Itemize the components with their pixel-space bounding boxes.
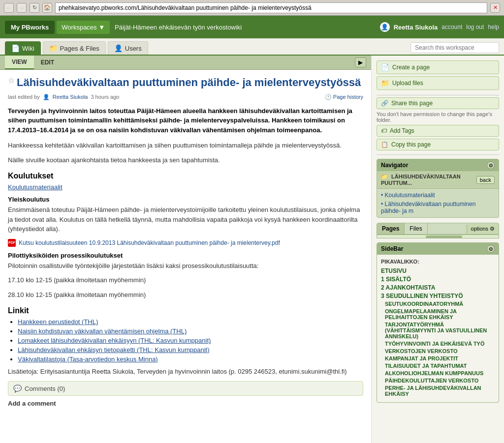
intro-paragraph: Terveyden ja hyvinvoinnin laitos toteutt… bbox=[8, 106, 363, 135]
help-link[interactable]: help bbox=[488, 24, 499, 30]
workspaces-label: Workspaces ▼ bbox=[62, 24, 105, 31]
sidebar-nav-seudullinen[interactable]: 3 SEUDULLINEN YHTEISTYÖ bbox=[381, 293, 495, 299]
link-3[interactable]: Lomakkeet lähisuhdeväkivallan ehkäisyyn … bbox=[18, 337, 211, 344]
navigator-item-1[interactable]: Koulutusmateriaalit bbox=[381, 191, 495, 200]
wiki-icon: 📄 bbox=[11, 44, 20, 52]
pilotti-text: Pilotoinnin osallistuville työntekijöill… bbox=[8, 261, 363, 271]
pages-scrollbar[interactable] bbox=[377, 235, 499, 238]
comments-bar[interactable]: 💬 Comments (0) bbox=[8, 381, 363, 396]
user-avatar-icon: 👤 bbox=[380, 22, 390, 32]
paragraph-1: Hankkeessa kehitetään väkivallan kartoit… bbox=[8, 141, 363, 150]
sidebar-nav-etusivu[interactable]: ETUSIVU bbox=[381, 267, 495, 274]
tab-pages-files-label: Pages & Files bbox=[60, 45, 99, 52]
sidebar-widget-collapse-button[interactable]: ⊙ bbox=[487, 245, 495, 253]
home-button[interactable]: 🏠 bbox=[42, 3, 52, 13]
forward-button[interactable]: → bbox=[17, 3, 27, 13]
sidebar-nav-tilaisuudet[interactable]: TILAISUUDET JA TAPAHTUMAT bbox=[381, 363, 495, 369]
search-input[interactable] bbox=[410, 42, 499, 53]
tab-wiki[interactable]: 📄 Wiki bbox=[5, 41, 41, 55]
list-item: Lomakkeet lähisuhdeväkivallan ehkäisyyn … bbox=[18, 337, 363, 344]
account-link[interactable]: account bbox=[441, 24, 462, 30]
view-tab[interactable]: VIEW bbox=[5, 56, 34, 69]
navigator-item-2[interactable]: Lähisuhdeväkivaltaan puuttuminen päihde-… bbox=[381, 200, 495, 215]
edit-tab[interactable]: EDIT bbox=[34, 56, 61, 69]
paragraph-2: Näille sivuille kootaan ajankohtaista ti… bbox=[8, 155, 363, 165]
page-title: Lähisuhdeväkivaltaan puuttuminen päihde-… bbox=[17, 76, 361, 90]
link-2[interactable]: Naisiin kohdistuvan väkivallan vähentämi… bbox=[18, 327, 187, 335]
main-layout: VIEW EDIT ▶ ☆ Lähisuhdeväkivaltaan puutt… bbox=[0, 56, 504, 443]
sidebar-widget-box: SideBar ⊙ PIKAVALIKKO: ETUSIVU 1 SISÄLTÖ… bbox=[377, 242, 499, 403]
navigator-collapse-button[interactable]: ⊙ bbox=[487, 161, 495, 169]
pilotti-heading: Pilottiyksiköiden prosessikoulutukset bbox=[8, 252, 363, 259]
link-4[interactable]: Lähisuhdeväkivallan ehkäisyn tietopakett… bbox=[18, 346, 210, 354]
files-tab[interactable]: Files bbox=[405, 223, 427, 234]
sidebar-nav-ajankohtaista[interactable]: 2 AJANKOHTAISTA bbox=[381, 284, 495, 291]
address-bar[interactable] bbox=[55, 2, 487, 13]
sidebar-nav-verkostot[interactable]: VERKOSTOJEN VERKOSTO bbox=[381, 348, 495, 354]
back-button[interactable]: ← bbox=[4, 3, 14, 13]
upload-files-icon: 📁 bbox=[381, 79, 389, 87]
pdf-icon: PDF bbox=[8, 239, 16, 247]
options-label: options bbox=[471, 226, 488, 232]
sidebar-nav-tarjonta[interactable]: TARJONTATYÖRYHMÄ (VÄHITTÄISMYYNTI JA VAS… bbox=[381, 322, 495, 339]
create-page-button[interactable]: 📄 Create a page bbox=[377, 60, 499, 74]
sidebar-actions: 📄 Create a page 📁 Upload files bbox=[377, 60, 499, 90]
sidebar-nav-lahisuhde[interactable]: PERHE- JA LÄHISUHDEVÄKIVALLAN EHKÄISY bbox=[381, 385, 495, 397]
links-list: Hankkeen perustiedot (THL) Naisiin kohdi… bbox=[18, 318, 363, 363]
sidebar-widget-content: PIKAVALIKKO: ETUSIVU 1 SISÄLTÖ 2 AJANKOH… bbox=[377, 255, 499, 402]
scrollbar-handle bbox=[426, 236, 462, 238]
star-icon[interactable]: ☆ bbox=[8, 76, 15, 85]
add-tags-link[interactable]: 🏷 Add Tags bbox=[377, 125, 499, 137]
navigator-back-button[interactable]: back bbox=[476, 176, 495, 184]
tab-users[interactable]: 👤 Users bbox=[108, 41, 148, 55]
edit-time: 3 hours ago bbox=[91, 94, 119, 100]
pdf-link-text: Kutsu koulutustilaisuuteen 10.9.2013 Läh… bbox=[19, 239, 280, 246]
comments-label: Comments (0) bbox=[25, 385, 65, 392]
sidebar-nav-sisalto[interactable]: 1 SISÄLTÖ bbox=[381, 276, 495, 283]
options-button[interactable]: options ⚙ bbox=[467, 224, 499, 234]
options-gear-icon: ⚙ bbox=[490, 226, 495, 232]
reload-button[interactable]: ↻ bbox=[30, 3, 39, 13]
nav-tabs-row: 📄 Wiki 📁 Pages & Files 👤 Users bbox=[0, 38, 504, 56]
logout-link[interactable]: log out bbox=[466, 24, 484, 30]
page-history-link[interactable]: 🕐 Page history bbox=[325, 94, 363, 100]
user-name[interactable]: Reetta Siukola bbox=[394, 24, 438, 31]
user-area: 👤 Reetta Siukola account log out help bbox=[380, 22, 499, 32]
sidebar-nav-alkoholi[interactable]: ALKOHOLIOHJELMAN KUMPPANUUS bbox=[381, 370, 495, 376]
edit-meta-text: last edited by bbox=[8, 94, 40, 100]
upload-files-button[interactable]: 📁 Upload files bbox=[377, 76, 499, 90]
sidebar-widget-header: SideBar ⊙ bbox=[377, 243, 499, 255]
sidebar-nav-kampanjat[interactable]: KAMPANJAT JA PROJEKTIT bbox=[381, 355, 495, 361]
page-content: ☆ Lähisuhdeväkivaltaan puuttuminen päihd… bbox=[0, 70, 371, 413]
browser-close-icon[interactable]: ✕ bbox=[490, 3, 500, 13]
list-item: Hankkeen perustiedot (THL) bbox=[18, 318, 363, 325]
share-page-link[interactable]: 🔗 Share this page bbox=[377, 97, 499, 109]
pilotti-time-2: 28.10 klo 12-15 (paikka ilmoitetaan myöh… bbox=[8, 290, 363, 300]
editor-name-link[interactable]: Reetta Siukola bbox=[53, 94, 88, 100]
pdf-link[interactable]: PDF Kutsu koulutustilaisuuteen 10.9.2013… bbox=[8, 239, 363, 247]
link-1[interactable]: Hankkeen perustiedot (THL) bbox=[18, 318, 98, 325]
permission-text: You don't have permission to change this… bbox=[377, 111, 499, 123]
list-item: Väkivaltatilastoja (Tasa-arvotiedon kesk… bbox=[18, 355, 363, 363]
koulutusmateriaalit-link[interactable]: Koulutusmateriaalit bbox=[8, 183, 63, 191]
pages-files-icon: 📁 bbox=[49, 44, 58, 52]
expand-button[interactable]: ▶ bbox=[355, 58, 366, 67]
link-5[interactable]: Väkivaltatilastoja (Tasa-arvotiedon kesk… bbox=[18, 355, 158, 363]
sidebar-nav-tyohyvinvointi[interactable]: TYÖHYVINVOINTI JA EHKÄISEVÄ TYÖ bbox=[381, 341, 495, 347]
navigator-current-page: 📁 LÄHISUHDEVÄKIVALTAAN PUUTTUM... back bbox=[377, 171, 499, 189]
sidebar-widget-title: SideBar bbox=[381, 245, 403, 252]
add-comment-heading: Add a comment bbox=[8, 400, 363, 407]
workspaces-button[interactable]: Workspaces ▼ bbox=[57, 21, 110, 34]
pilotti-time-1: 17.10 klo 12-15 (paikka ilmoitetaan myöh… bbox=[8, 275, 363, 285]
create-page-label: Create a page bbox=[392, 64, 430, 71]
pages-tab[interactable]: Pages bbox=[377, 223, 405, 234]
sidebar-nav-seutu[interactable]: SEUTUKOORDINAATORYHMÄ bbox=[381, 301, 495, 307]
comment-icon: 💬 bbox=[13, 384, 22, 392]
sidebar-nav-peli[interactable]: ONGELMAPELAAMINEN JA PELIHAITTOJEN EHKÄI… bbox=[381, 308, 495, 320]
app-logo[interactable]: My PBworks bbox=[5, 21, 55, 34]
sidebar-nav-paihdekouluttajat[interactable]: PÄIHDEKOULUTTAJIEN VERKOSTO bbox=[381, 378, 495, 384]
navigator-current-label: LÄHISUHDEVÄKIVALTAAN PUUTTUM... bbox=[381, 174, 461, 186]
copy-page-link[interactable]: 📋 Copy this page bbox=[377, 139, 499, 150]
navigator-title: Navigator bbox=[381, 162, 408, 169]
tab-pages-files[interactable]: 📁 Pages & Files bbox=[43, 41, 106, 55]
